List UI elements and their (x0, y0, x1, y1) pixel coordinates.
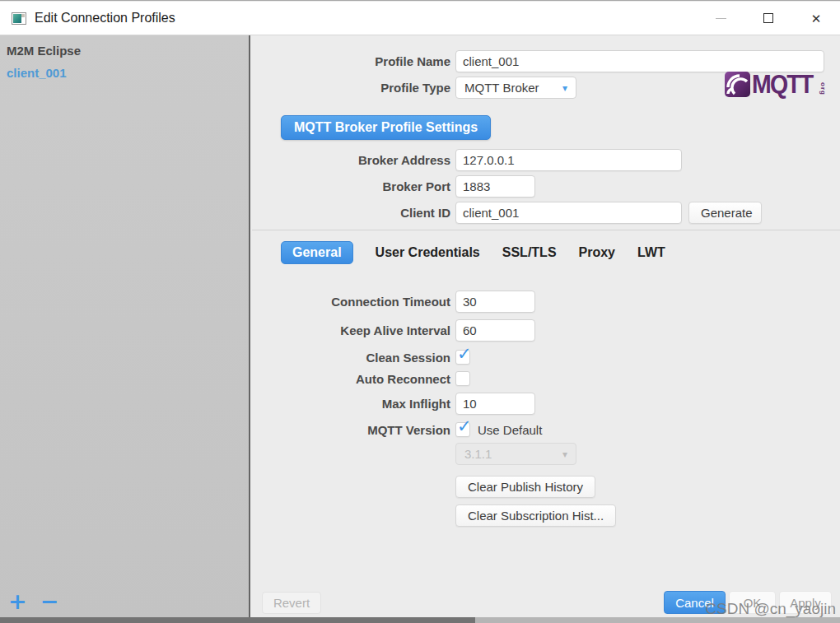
clear-subscription-row: Clear Subscription Hist... (252, 504, 840, 527)
clean-session-checkbox[interactable]: ✓ (455, 350, 470, 365)
profiles-sidebar: M2M Eclipse client_001 + − (0, 35, 250, 617)
profile-name-row: Profile Name (252, 50, 840, 72)
broker-address-input[interactable] (455, 149, 682, 171)
mqtt-org-logo: MQTT org (725, 72, 826, 97)
use-default-checkbox[interactable]: ✓ (455, 422, 470, 437)
client-id-label: Client ID (252, 206, 450, 220)
connection-timeout-row: Connection Timeout (252, 291, 840, 313)
profile-type-dropdown[interactable]: MQTT Broker ▾ (455, 77, 576, 99)
max-inflight-row: Max Inflight (252, 393, 840, 415)
chevron-down-icon: ▾ (562, 449, 567, 460)
profiles-list: M2M Eclipse client_001 (0, 35, 249, 84)
profile-name-label: Profile Name (252, 54, 450, 68)
clean-session-row: Clean Session ✓ (252, 350, 840, 365)
tab-ssl-tls[interactable]: SSL/TLS (502, 245, 557, 260)
maximize-button[interactable] (744, 2, 792, 35)
connection-timeout-label: Connection Timeout (252, 295, 450, 309)
profile-type-label: Profile Type (252, 81, 450, 95)
auto-reconnect-checkbox[interactable] (455, 371, 470, 386)
sidebar-item-client-001[interactable]: client_001 (0, 62, 249, 84)
section-divider (252, 230, 840, 230)
window-title: Edit Connection Profiles (35, 11, 175, 26)
horizontal-scrollbar-thumb[interactable] (0, 617, 475, 623)
footer-right: Cancel OK Apply (664, 591, 832, 614)
close-button[interactable]: ✕ (792, 2, 840, 35)
connection-timeout-input[interactable] (455, 291, 535, 313)
apply-button[interactable]: Apply (779, 591, 832, 614)
profile-type-value: MQTT Broker (464, 81, 539, 95)
clear-subscription-history-button[interactable]: Clear Subscription Hist... (455, 504, 616, 527)
footer-left: Revert (262, 592, 321, 614)
mqtt-version-label: MQTT Version (252, 423, 450, 437)
check-icon: ✓ (457, 416, 472, 436)
app-window-icon-fill (13, 14, 21, 23)
client-id-input[interactable] (455, 202, 682, 224)
keep-alive-row: Keep Alive Interval (252, 319, 840, 342)
add-profile-button[interactable]: + (8, 593, 27, 611)
max-inflight-input[interactable] (455, 393, 535, 415)
broker-profile-settings-header: MQTT Broker Profile Settings (281, 115, 491, 140)
broker-port-row: Broker Port (252, 175, 840, 198)
revert-button[interactable]: Revert (262, 592, 321, 614)
clear-publish-history-button[interactable]: Clear Publish History (455, 476, 595, 498)
mqtt-version-value: 3.1.1 (464, 447, 492, 461)
profile-item-label: client_001 (7, 66, 67, 80)
app-window-icon (12, 12, 26, 25)
broker-address-row: Broker Address (252, 149, 840, 171)
mqtt-version-select-row: 3.1.1 ▾ (252, 443, 840, 465)
remove-profile-button[interactable]: − (40, 593, 59, 611)
tab-general[interactable]: General (281, 241, 353, 264)
sidebar-actions: + − (8, 593, 58, 611)
client-id-row: Client ID Generate (252, 202, 840, 224)
max-inflight-label: Max Inflight (252, 397, 450, 411)
titlebar: Edit Connection Profiles ✕ (0, 2, 840, 35)
mqtt-logo-text: MQTT (752, 72, 812, 97)
app-window-icon-notch (21, 14, 25, 17)
ok-button[interactable]: OK (729, 591, 776, 614)
edit-connection-profiles-dialog: Edit Connection Profiles ✕ M2M Eclipse c… (0, 0, 840, 623)
broker-port-label: Broker Port (252, 179, 450, 193)
tab-user-credentials[interactable]: User Credentials (376, 245, 480, 260)
profile-name-input[interactable] (455, 50, 824, 72)
mqtt-version-dropdown: 3.1.1 ▾ (455, 443, 576, 465)
settings-tabs: General User Credentials SSL/TLS Proxy L… (281, 240, 840, 265)
window-controls: ✕ (697, 2, 840, 35)
auto-reconnect-row: Auto Reconnect (252, 371, 840, 386)
check-icon: ✓ (457, 344, 472, 364)
clear-publish-row: Clear Publish History (252, 476, 840, 498)
chevron-down-icon: ▾ (562, 82, 567, 94)
broker-address-label: Broker Address (252, 153, 450, 167)
auto-reconnect-label: Auto Reconnect (252, 372, 450, 386)
mqtt-logo-icon (725, 72, 750, 97)
tab-lwt[interactable]: LWT (637, 245, 665, 260)
minimize-button[interactable] (697, 2, 744, 35)
use-default-label: Use Default (478, 423, 542, 437)
keep-alive-interval-input[interactable] (455, 319, 535, 342)
keep-alive-interval-label: Keep Alive Interval (252, 323, 450, 337)
tab-proxy[interactable]: Proxy (579, 245, 615, 260)
minimize-icon (716, 18, 726, 19)
clean-session-label: Clean Session (252, 351, 450, 365)
broker-port-input[interactable] (455, 175, 535, 198)
generate-client-id-button[interactable]: Generate (688, 202, 762, 224)
profile-item-label: M2M Eclipse (7, 44, 81, 58)
cancel-button[interactable]: Cancel (664, 591, 726, 614)
sidebar-item-m2m-eclipse[interactable]: M2M Eclipse (0, 40, 249, 62)
horizontal-scrollbar[interactable] (0, 617, 840, 623)
maximize-icon (763, 13, 773, 23)
profile-editor-panel: Profile Name Profile Type MQTT Broker ▾ (252, 35, 840, 617)
close-icon: ✕ (811, 12, 822, 25)
mqtt-version-row: MQTT Version ✓ Use Default (252, 422, 840, 437)
mqtt-logo-org-text: org (819, 82, 826, 95)
